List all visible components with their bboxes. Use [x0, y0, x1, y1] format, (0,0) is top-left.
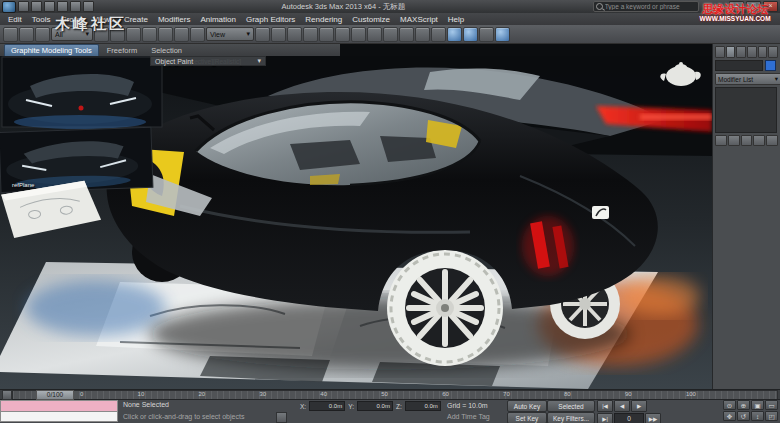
add-time-tag[interactable]: Add Time Tag — [447, 413, 490, 420]
ribbon-toggle-icon[interactable] — [399, 27, 414, 42]
utilities-tab-icon[interactable] — [768, 46, 778, 58]
listener-line[interactable] — [0, 412, 118, 422]
render-setup-icon[interactable] — [463, 27, 478, 42]
reference-image-1[interactable] — [2, 57, 162, 129]
hierarchy-tab-icon[interactable] — [736, 46, 746, 58]
zoom-extents-icon[interactable]: ▣ — [751, 400, 764, 410]
tab-graphite-modeling-tools[interactable]: Graphite Modeling Tools — [4, 44, 99, 56]
modifier-list-dropdown[interactable]: Modifier List ▾ — [715, 73, 780, 85]
snap-toggle-icon[interactable] — [287, 27, 302, 42]
menu-tools[interactable]: Tools — [27, 15, 56, 24]
go-to-start-button[interactable]: |◀ — [597, 400, 613, 412]
curve-editor-icon[interactable] — [415, 27, 430, 42]
previous-frame-button[interactable]: ◀ — [614, 400, 630, 412]
menu-help[interactable]: Help — [443, 15, 469, 24]
save-file-icon[interactable] — [44, 1, 55, 12]
search-input[interactable] — [605, 3, 689, 11]
configure-modifier-sets-icon[interactable] — [766, 135, 778, 146]
menu-rendering[interactable]: Rendering — [300, 15, 347, 24]
material-editor-icon[interactable] — [447, 27, 462, 42]
undo-icon[interactable] — [57, 1, 68, 12]
coord-y-label: Y: — [348, 403, 354, 410]
maximize-viewport-icon[interactable]: ◰ — [765, 411, 778, 421]
motion-tab-icon[interactable] — [747, 46, 757, 58]
maxscript-mini-listener[interactable] — [0, 400, 118, 422]
pin-stack-icon[interactable] — [715, 135, 727, 146]
project-folder-icon[interactable] — [83, 1, 94, 12]
watermark-right-url: WWW.MISSYUAN.COM — [691, 15, 779, 22]
remove-modifier-icon[interactable] — [753, 135, 765, 146]
set-key-button[interactable]: Set Key — [507, 412, 547, 423]
open-file-icon[interactable] — [31, 1, 42, 12]
unlink-icon[interactable] — [19, 27, 34, 42]
menu-customize[interactable]: Customize — [347, 15, 395, 24]
angle-snap-icon[interactable] — [303, 27, 318, 42]
selection-status: None Selected — [123, 401, 169, 408]
create-tab-icon[interactable] — [715, 46, 725, 58]
max-app-button[interactable] — [2, 1, 16, 13]
go-to-end-button[interactable]: ▶▶ — [645, 413, 661, 423]
modify-tab-icon[interactable] — [726, 46, 736, 58]
window-crossing-icon[interactable] — [142, 27, 157, 42]
schematic-view-icon[interactable] — [431, 27, 446, 42]
menu-animation[interactable]: Animation — [195, 15, 241, 24]
coord-x-field[interactable]: 0.0m — [309, 401, 345, 411]
dolly-icon[interactable]: ↕ — [751, 411, 764, 421]
show-end-result-icon[interactable] — [728, 135, 740, 146]
render-production-icon[interactable] — [495, 27, 510, 42]
coord-z-field[interactable]: 0.0m — [405, 401, 441, 411]
time-slider[interactable]: 0/100 — [36, 390, 74, 400]
rendered-frame-icon[interactable] — [479, 27, 494, 42]
tab-freeform[interactable]: Freeform — [101, 45, 143, 56]
watermark-left: 木峰社区 — [55, 15, 127, 34]
named-selection-sets-icon[interactable] — [335, 27, 350, 42]
display-tab-icon[interactable] — [758, 46, 768, 58]
search-box[interactable] — [593, 1, 699, 12]
zoom-icon[interactable]: ⊙ — [723, 400, 736, 410]
menu-modifiers[interactable]: Modifiers — [153, 15, 195, 24]
percent-snap-icon[interactable] — [319, 27, 334, 42]
orbit-icon[interactable]: ↺ — [737, 411, 750, 421]
open-mini-curve-editor-icon[interactable] — [2, 390, 12, 400]
layer-manager-icon[interactable] — [383, 27, 398, 42]
viewport-perspective[interactable] — [0, 56, 712, 389]
window-title: Autodesk 3ds Max 2013 x64 - 无标题 — [96, 2, 591, 12]
new-scene-icon[interactable] — [18, 1, 29, 12]
zoom-region-icon[interactable]: ▭ — [765, 400, 778, 410]
object-paint-panel[interactable]: Object Paint ▾ — [150, 56, 266, 66]
tick-label: 60 — [442, 390, 449, 399]
key-mode-dropdown[interactable]: Selected — [547, 400, 595, 412]
select-manipulate-icon[interactable] — [271, 27, 286, 42]
coord-system-dropdown[interactable]: View ▾ — [206, 27, 254, 41]
selection-lock-icon[interactable] — [276, 412, 287, 423]
coord-z-label: Z: — [396, 403, 402, 410]
auto-key-button[interactable]: Auto Key — [507, 400, 547, 412]
select-rotate-icon[interactable] — [174, 27, 189, 42]
mirror-icon[interactable] — [351, 27, 366, 42]
modifier-stack[interactable] — [715, 87, 777, 133]
select-move-icon[interactable] — [158, 27, 173, 42]
align-icon[interactable] — [367, 27, 382, 42]
redo-icon[interactable] — [70, 1, 81, 12]
play-button[interactable]: ▶ — [631, 400, 647, 412]
key-filters-button[interactable]: Key Filters... — [547, 412, 595, 423]
menu-graph-editors[interactable]: Graph Editors — [241, 15, 300, 24]
macro-recorder-line[interactable] — [0, 400, 118, 412]
menu-edit[interactable]: Edit — [3, 15, 27, 24]
next-frame-button[interactable]: ▶| — [597, 413, 613, 423]
object-color-swatch[interactable] — [765, 60, 776, 71]
coord-y-field[interactable]: 0.0m — [357, 401, 393, 411]
select-link-icon[interactable] — [3, 27, 18, 42]
make-unique-icon[interactable] — [741, 135, 753, 146]
tab-selection[interactable]: Selection — [145, 45, 188, 56]
bind-spacewarp-icon[interactable] — [35, 27, 50, 42]
use-pivot-icon[interactable] — [255, 27, 270, 42]
pan-icon[interactable]: ✥ — [723, 411, 736, 421]
region-shape-icon[interactable] — [126, 27, 141, 42]
object-name-field[interactable] — [715, 60, 763, 71]
zoom-all-icon[interactable]: ⊕ — [737, 400, 750, 410]
current-frame-field[interactable]: 0 — [614, 413, 644, 423]
menu-maxscript[interactable]: MAXScript — [395, 15, 443, 24]
tick-label: 70 — [503, 390, 510, 399]
select-scale-icon[interactable] — [190, 27, 205, 42]
